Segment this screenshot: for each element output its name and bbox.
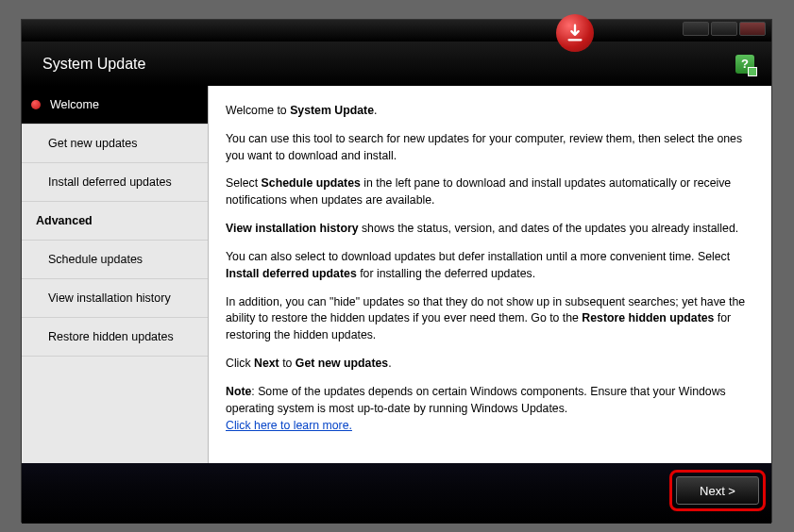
sidebar-item-label: Welcome [50, 98, 99, 111]
sidebar-item-welcome[interactable]: Welcome [22, 86, 208, 125]
sidebar-item-label: Get new updates [48, 137, 138, 150]
window-controls [683, 22, 766, 36]
sidebar-item-label: Restore hidden updates [48, 330, 174, 343]
paragraph-hidden: In addition, you can "hide" updates so t… [226, 294, 754, 344]
titlebar [22, 20, 771, 42]
learn-more-link[interactable]: Click here to learn more. [226, 419, 352, 432]
sidebar-item-restore-hidden[interactable]: Restore hidden updates [22, 318, 208, 357]
sidebar-item-install-deferred[interactable]: Install deferred updates [22, 163, 208, 202]
sidebar-item-get-new-updates[interactable]: Get new updates [22, 125, 208, 163]
sidebar-item-view-history[interactable]: View installation history [22, 279, 208, 318]
app-title: System Update [42, 56, 145, 73]
sidebar-item-schedule-updates[interactable]: Schedule updates [22, 241, 208, 279]
paragraph-next: Click Next to Get new updates. [226, 356, 754, 373]
body: Welcome Get new updates Install deferred… [22, 86, 771, 463]
download-badge-icon [556, 14, 594, 52]
sidebar-item-label: View installation history [48, 291, 171, 305]
content-pane: Welcome to System Update. You can use th… [209, 86, 771, 463]
sidebar: Welcome Get new updates Install deferred… [22, 86, 209, 463]
minimize-button[interactable] [683, 22, 709, 36]
paragraph-history: View installation history shows the stat… [226, 221, 754, 238]
sidebar-item-label: Schedule updates [48, 253, 143, 266]
sidebar-item-label: Install deferred updates [48, 175, 172, 189]
paragraph-note: Note: Some of the updates depends on cer… [226, 384, 754, 434]
next-button-highlight: Next > [669, 470, 766, 511]
next-button[interactable]: Next > [676, 476, 759, 505]
paragraph-intro: You can use this tool to search for new … [226, 131, 754, 165]
help-icon[interactable]: ? [735, 55, 754, 74]
close-button[interactable] [739, 22, 766, 36]
sidebar-header-label: Advanced [36, 214, 93, 227]
maximize-button[interactable] [711, 22, 737, 36]
welcome-line: Welcome to System Update. [226, 103, 754, 120]
sidebar-header-advanced: Advanced [22, 202, 208, 241]
footer: Next > [22, 463, 771, 524]
app-header: System Update ? [22, 42, 771, 86]
paragraph-deferred: You can also select to download updates … [226, 249, 754, 283]
system-update-window: System Update ? Welcome Get new updates … [21, 19, 772, 523]
paragraph-schedule: Select Schedule updates in the left pane… [226, 175, 754, 209]
